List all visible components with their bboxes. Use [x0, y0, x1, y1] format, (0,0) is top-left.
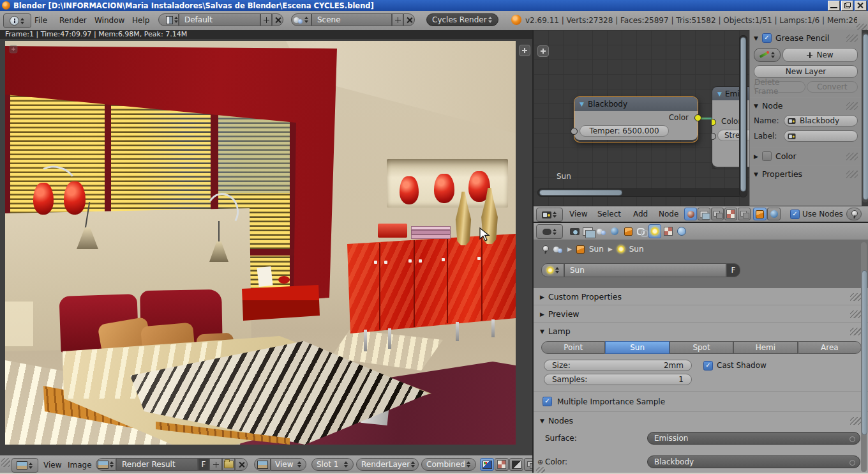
- cast-shadow-checkbox[interactable]: ✓: [703, 361, 713, 371]
- lamp-panel-header[interactable]: ▼ Lamp: [534, 323, 868, 340]
- color-checkbox[interactable]: [762, 151, 772, 161]
- collapse-triangle-icon[interactable]: ▼: [717, 91, 722, 97]
- scene-name[interactable]: Scene: [311, 13, 392, 26]
- horizontal-scrollbar[interactable]: [537, 188, 743, 197]
- scrollbar-thumb[interactable]: [740, 37, 746, 192]
- node-group-button[interactable]: [711, 208, 724, 220]
- world-shader-button[interactable]: [767, 208, 781, 220]
- region-expand-button[interactable]: [519, 45, 530, 56]
- collapse-triangle-icon[interactable]: ▼: [580, 101, 584, 107]
- menu-window[interactable]: Window: [94, 16, 124, 25]
- menu-select[interactable]: Select: [597, 210, 621, 218]
- surface-dropdown[interactable]: Emission: [647, 432, 860, 445]
- image-name[interactable]: Render Result: [116, 458, 198, 471]
- render-layer-dropdown[interactable]: RenderLayer: [356, 458, 419, 471]
- node-name-field[interactable]: Blackbody: [784, 115, 858, 126]
- scrollbar-thumb[interactable]: [862, 270, 867, 435]
- tab-constraints[interactable]: [635, 224, 648, 238]
- delete-frame-button[interactable]: Delete Frame: [754, 81, 805, 93]
- menu-node[interactable]: Node: [659, 210, 678, 218]
- node-panel-header[interactable]: ▼ Node: [754, 101, 858, 111]
- unlink-image-button[interactable]: [235, 458, 248, 471]
- composite-nodes-button[interactable]: [698, 208, 710, 220]
- object-shader-button[interactable]: [753, 208, 767, 220]
- image-browse-button[interactable]: [96, 458, 116, 471]
- delete-scene-button[interactable]: [403, 13, 415, 26]
- menu-image[interactable]: Image: [68, 461, 92, 470]
- nodes-panel-header[interactable]: ▼ Nodes: [534, 412, 868, 428]
- node-editor-canvas[interactable]: Sun ▼ Blackbody Color Temper: 6500.000 ▼: [534, 30, 749, 206]
- menu-file[interactable]: File: [34, 16, 47, 25]
- texture-nodes-button[interactable]: [724, 208, 737, 220]
- color-panel-header[interactable]: ▶ Color: [754, 151, 858, 161]
- lamp-name-field[interactable]: Sun: [564, 263, 726, 277]
- menu-render[interactable]: Render: [59, 16, 87, 25]
- scrollbar-thumb[interactable]: [539, 190, 622, 195]
- tab-scene[interactable]: [595, 224, 608, 238]
- grease-pencil-panel-header[interactable]: ▼ ✓ Grease Pencil: [754, 33, 858, 43]
- slot-dropdown[interactable]: Slot 1: [311, 458, 354, 471]
- breadcrumb-data[interactable]: Sun: [629, 245, 644, 254]
- fake-user-button[interactable]: F: [726, 263, 740, 277]
- node-label-field[interactable]: [784, 130, 858, 142]
- lamp-type-area[interactable]: Area: [798, 341, 862, 354]
- panel-grip[interactable]: [846, 153, 858, 160]
- region-expand-button[interactable]: [10, 45, 18, 54]
- add-scene-button[interactable]: [392, 13, 403, 26]
- editor-type-selector[interactable]: [536, 208, 563, 222]
- blackbody-node[interactable]: ▼ Blackbody Color Temper: 6500.000: [574, 96, 698, 142]
- render-engine-dropdown[interactable]: Cycles Render: [426, 13, 498, 26]
- alpha-channel-button[interactable]: [495, 458, 509, 471]
- vertical-scrollbar[interactable]: [739, 35, 747, 197]
- corner-grip[interactable]: [1, 458, 10, 467]
- restore-button[interactable]: [841, 1, 853, 11]
- panel-grip[interactable]: [846, 34, 858, 42]
- expand-socket-icon[interactable]: ⊕: [537, 458, 545, 466]
- size-slider[interactable]: Size: 2mm: [544, 360, 692, 371]
- output-socket[interactable]: [694, 114, 701, 121]
- tab-render-layers[interactable]: [581, 224, 594, 238]
- zbuffer-channel-button[interactable]: [509, 458, 523, 471]
- view-image-icon-button[interactable]: [254, 458, 271, 471]
- color-dropdown[interactable]: Blackbody: [647, 455, 860, 468]
- shader-nodes-button[interactable]: [684, 208, 697, 220]
- editor-type-selector[interactable]: [536, 224, 563, 239]
- pin-icon[interactable]: [541, 245, 549, 254]
- close-button[interactable]: [855, 1, 867, 11]
- line-style-button[interactable]: [738, 208, 751, 220]
- region-expand-button[interactable]: [537, 45, 549, 57]
- menu-view[interactable]: View: [43, 461, 61, 470]
- tab-world[interactable]: [608, 224, 621, 238]
- new-button[interactable]: New: [782, 48, 858, 62]
- editor-type-selector[interactable]: [3, 13, 31, 28]
- new-layer-button[interactable]: New Layer: [754, 65, 858, 78]
- use-nodes-checkbox[interactable]: ✓: [790, 210, 800, 219]
- samples-slider[interactable]: Samples: 1: [544, 374, 692, 385]
- screen-layout-name[interactable]: Default: [179, 13, 260, 26]
- scrollbar-thumb[interactable]: [863, 34, 868, 200]
- lamp-type-spot[interactable]: Spot: [670, 341, 733, 354]
- mis-checkbox[interactable]: ✓: [542, 397, 552, 406]
- new-image-button[interactable]: [209, 458, 222, 471]
- delete-layout-button[interactable]: [272, 13, 283, 26]
- n-panel-scrollbar[interactable]: [862, 33, 868, 203]
- tab-object-data-lamp[interactable]: [648, 224, 661, 238]
- custom-properties-panel-header[interactable]: ▶ Custom Properties: [534, 288, 868, 305]
- render-pass-dropdown[interactable]: Combined: [421, 458, 476, 471]
- add-layout-button[interactable]: [260, 13, 272, 26]
- tab-render[interactable]: [568, 224, 581, 238]
- convert-button[interactable]: Convert: [807, 81, 858, 93]
- scene-browse-button[interactable]: [291, 13, 311, 26]
- editor-type-selector[interactable]: [11, 458, 38, 473]
- pin-button[interactable]: [846, 208, 862, 220]
- input-socket[interactable]: [712, 133, 716, 140]
- temperature-slider[interactable]: Temper: 6500.000: [580, 125, 669, 137]
- tab-texture[interactable]: [662, 224, 675, 238]
- input-socket[interactable]: [712, 119, 716, 126]
- view-dropdown[interactable]: View: [271, 458, 306, 471]
- menu-view[interactable]: View: [569, 210, 587, 218]
- panel-grip[interactable]: [846, 171, 858, 178]
- minimize-button[interactable]: [828, 1, 840, 11]
- lamp-type-point[interactable]: Point: [541, 341, 605, 354]
- lamp-type-sun[interactable]: Sun: [605, 341, 669, 354]
